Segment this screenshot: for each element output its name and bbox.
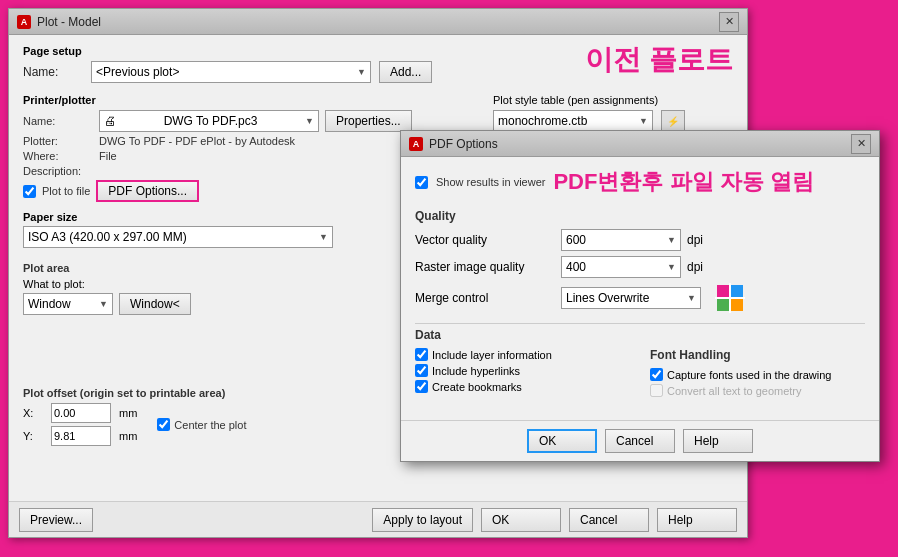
raster-quality-label: Raster image quality	[415, 260, 555, 274]
raster-dpi-label: dpi	[687, 260, 703, 274]
divider	[415, 323, 865, 324]
pst-icon-button[interactable]: ⚡	[661, 110, 685, 132]
window-button[interactable]: Window<	[119, 293, 191, 315]
properties-button[interactable]: Properties...	[325, 110, 412, 132]
convert-text-label: Convert all text to geometry	[667, 385, 802, 397]
plot-to-file-label: Plot to file	[42, 185, 90, 197]
plot-style-dropdown[interactable]: monochrome.ctb ▼	[493, 110, 653, 132]
plot-help-button[interactable]: Help	[657, 508, 737, 532]
plot-window-title: Plot - Model	[37, 15, 101, 29]
vector-quality-dropdown[interactable]: 600 ▼	[561, 229, 681, 251]
close-button[interactable]: ✕	[719, 12, 739, 32]
what-to-plot-dropdown[interactable]: Window ▼	[23, 293, 113, 315]
svg-rect-1	[731, 285, 743, 297]
center-plot-label: Center the plot	[174, 419, 246, 431]
include-hyperlinks-checkbox[interactable]	[415, 364, 428, 377]
y-label: Y:	[23, 430, 43, 442]
svg-rect-0	[717, 285, 729, 297]
show-results-label: Show results in viewer	[436, 176, 545, 188]
pdf-help-button[interactable]: Help	[683, 429, 753, 453]
pdf-close-button[interactable]: ✕	[851, 134, 871, 154]
raster-quality-dropdown[interactable]: 400 ▼	[561, 256, 681, 278]
page-setup-dropdown[interactable]: <Previous plot> ▼	[91, 61, 371, 83]
printer-name-dropdown[interactable]: 🖨 DWG To PDF.pc3 ▼	[99, 110, 319, 132]
pdf-ok-button[interactable]: OK	[527, 429, 597, 453]
capture-fonts-checkbox[interactable]	[650, 368, 663, 381]
plotter-value: DWG To PDF - PDF ePlot - by Autodesk	[99, 135, 295, 147]
app-icon: A	[17, 15, 31, 29]
pdf-titlebar: A PDF Options ✕	[401, 131, 879, 157]
description-label: Description:	[23, 165, 93, 177]
where-value: File	[99, 150, 117, 162]
merge-control-dropdown[interactable]: Lines Overwrite ▼	[561, 287, 701, 309]
svg-rect-3	[731, 299, 743, 311]
x-label: X:	[23, 407, 43, 419]
paper-size-dropdown[interactable]: ISO A3 (420.00 x 297.00 MM) ▼	[23, 226, 333, 248]
plotter-label: Plotter:	[23, 135, 93, 147]
plot-ok-button[interactable]: OK	[481, 508, 561, 532]
korean-show-results: PDF변환후 파일 자동 열림	[553, 167, 813, 197]
pdf-dialog-title: PDF Options	[429, 137, 498, 151]
show-results-checkbox[interactable]	[415, 176, 428, 189]
pdf-options-button[interactable]: PDF Options...	[96, 180, 199, 202]
y-mm-label: mm	[119, 430, 137, 442]
data-title: Data	[415, 328, 865, 342]
pdf-options-dialog: A PDF Options ✕ Show results in viewer P…	[400, 130, 880, 462]
name-label: Name:	[23, 65, 83, 79]
create-bookmarks-checkbox[interactable]	[415, 380, 428, 393]
pdf-content: Show results in viewer PDF변환후 파일 자동 열림 Q…	[401, 157, 879, 420]
merge-color-icon	[715, 283, 745, 313]
plot-to-file-checkbox[interactable]	[23, 185, 36, 198]
x-mm-label: mm	[119, 407, 137, 419]
include-layer-checkbox[interactable]	[415, 348, 428, 361]
page-setup-label: Page setup	[23, 45, 565, 57]
x-input[interactable]	[51, 403, 111, 423]
font-handling-title: Font Handling	[650, 348, 865, 362]
korean-title: 이전 플로트	[585, 44, 733, 75]
pdf-dialog-icon: A	[409, 137, 423, 151]
merge-control-label: Merge control	[415, 291, 555, 305]
printer-group-label: Printer/plotter	[23, 94, 481, 106]
create-bookmarks-label: Create bookmarks	[432, 381, 522, 393]
svg-rect-2	[717, 299, 729, 311]
quality-title: Quality	[415, 209, 865, 223]
bottom-bar: Preview... Apply to layout OK Cancel Hel…	[9, 501, 747, 537]
convert-text-checkbox[interactable]	[650, 384, 663, 397]
pdf-bottom-bar: OK Cancel Help	[401, 420, 879, 461]
where-label: Where:	[23, 150, 93, 162]
vector-quality-label: Vector quality	[415, 233, 555, 247]
add-button[interactable]: Add...	[379, 61, 432, 83]
center-plot-checkbox[interactable]	[157, 418, 170, 431]
preview-button[interactable]: Preview...	[19, 508, 93, 532]
pdf-cancel-button[interactable]: Cancel	[605, 429, 675, 453]
vector-dpi-label: dpi	[687, 233, 703, 247]
y-input[interactable]	[51, 426, 111, 446]
apply-to-layout-button[interactable]: Apply to layout	[372, 508, 473, 532]
include-layer-label: Include layer information	[432, 349, 552, 361]
plot-cancel-button[interactable]: Cancel	[569, 508, 649, 532]
plot-titlebar: A Plot - Model ✕	[9, 9, 747, 35]
capture-fonts-label: Capture fonts used in the drawing	[667, 369, 832, 381]
plot-style-table-label: Plot style table (pen assignments)	[493, 94, 733, 106]
printer-name-label: Name:	[23, 115, 93, 127]
include-hyperlinks-label: Include hyperlinks	[432, 365, 520, 377]
